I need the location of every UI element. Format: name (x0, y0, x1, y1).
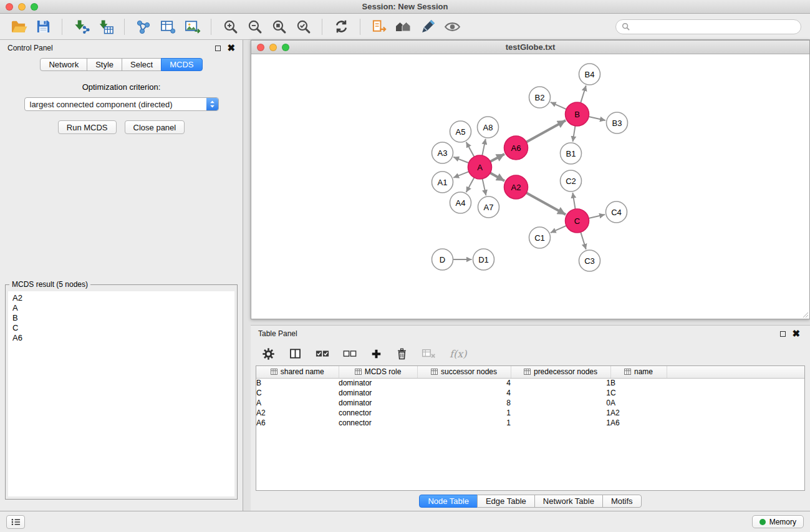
graph-node-label-A6: A6 (511, 143, 521, 153)
control-tab-style[interactable]: Style (87, 58, 122, 71)
mcds-result-box: MCDS result (5 nodes) A2ABCA6 (5, 284, 238, 500)
deselect-all-button[interactable] (343, 349, 357, 358)
table-row[interactable]: Adominator80A (256, 398, 804, 408)
network-minimize-button[interactable] (269, 44, 277, 51)
table-row[interactable]: Cdominator41C (256, 388, 804, 398)
network-zoom-button[interactable] (282, 44, 289, 51)
table-tab-node-table[interactable]: Node Table (419, 495, 478, 508)
mcds-result-item[interactable]: A6 (12, 333, 230, 343)
graph-edge-A2-C[interactable] (526, 193, 566, 215)
float-panel-icon[interactable] (215, 46, 221, 51)
show-columns-button[interactable] (289, 347, 302, 360)
apply-layout-button[interactable] (331, 17, 351, 37)
control-panel-title: Control Panel (7, 44, 53, 52)
network-canvas[interactable]: B4B2BB3A5A8A6B1A3AC2A1A2A4A7C4CC1C3DD1 (251, 54, 809, 319)
graph-edge-A-A2[interactable] (490, 173, 504, 181)
export-image-button[interactable] (182, 17, 202, 37)
graph-edge-A-A6[interactable] (490, 154, 504, 162)
mcds-result-item[interactable]: B (12, 313, 230, 323)
delete-table-button[interactable] (422, 348, 436, 359)
graph-edge-A-A4[interactable] (466, 178, 475, 193)
select-all-button[interactable] (316, 349, 329, 358)
control-tab-select[interactable]: Select (122, 58, 162, 71)
home-button[interactable] (393, 17, 413, 37)
table-cell-filler (667, 418, 804, 428)
graph-node-label-B: B (574, 110, 580, 119)
memory-button[interactable]: Memory (752, 515, 804, 528)
zoom-in-button[interactable] (220, 17, 240, 37)
column-header-predecessor-nodes[interactable]: predecessor nodes (511, 366, 610, 378)
control-tab-mcds[interactable]: MCDS (161, 58, 202, 71)
show-panels-button[interactable] (6, 515, 25, 529)
graph-edge-A-A7[interactable] (483, 179, 486, 196)
save-session-button[interactable] (33, 17, 53, 37)
add-column-button[interactable] (370, 348, 382, 360)
column-header-filler (667, 366, 804, 378)
table-cell-filler (667, 378, 804, 388)
column-header-successor-nodes[interactable]: successor nodes (417, 366, 511, 378)
graph-edge-A-A8[interactable] (482, 139, 485, 156)
graph-edge-A6-B[interactable] (526, 120, 566, 142)
float-table-panel-icon[interactable] (780, 331, 786, 337)
graph-edge-B-B3[interactable] (589, 117, 605, 120)
mcds-result-item[interactable]: A (12, 303, 230, 313)
workspace-area: testGlobe.txt B4B2BB3A5A8A6B1A3AC2A1A2A4… (243, 40, 810, 511)
criterion-select[interactable]: largest connected component (directed) (24, 97, 219, 111)
run-mcds-button[interactable]: Run MCDS (58, 120, 117, 134)
zoom-out-button[interactable] (244, 17, 264, 37)
graph-edge-A-A3[interactable] (453, 157, 469, 163)
column-header-shared-name[interactable]: shared name (256, 366, 339, 378)
close-window-button[interactable] (6, 3, 13, 11)
window-title: Session: New Session (0, 2, 810, 11)
delete-column-button[interactable] (396, 347, 408, 360)
graph-edge-C-C2[interactable] (572, 193, 575, 209)
zoom-window-button[interactable] (31, 3, 38, 11)
table-tab-motifs[interactable]: Motifs (602, 495, 642, 508)
table-tab-edge-table[interactable]: Edge Table (477, 495, 535, 508)
network-close-button[interactable] (257, 44, 264, 51)
open-file-button[interactable] (9, 17, 29, 37)
import-table-button[interactable] (95, 17, 115, 37)
table-row[interactable]: A6connector11A6 (256, 418, 804, 428)
graph-node-label-C3: C3 (584, 256, 595, 266)
column-header-name[interactable]: name (610, 366, 667, 378)
graph-edge-A-A1[interactable] (453, 172, 469, 178)
first-neighbors-button[interactable] (369, 17, 389, 37)
table-row[interactable]: Bdominator41B (256, 378, 804, 388)
main-area: Control Panel ✖ NetworkStyleSelectMCDS O… (0, 40, 810, 511)
minimize-window-button[interactable] (18, 3, 26, 11)
new-network-table-button[interactable] (158, 17, 178, 37)
table-tab-network-table[interactable]: Network Table (534, 495, 603, 508)
zoom-selected-button[interactable] (293, 17, 313, 37)
graph-edge-B-B2[interactable] (551, 102, 566, 109)
show-hide-graphics-button[interactable] (442, 17, 462, 37)
toolbar-separator (62, 19, 62, 35)
zoom-fit-button[interactable] (269, 17, 289, 37)
control-panel-header: Control Panel ✖ (0, 40, 243, 56)
new-network-button[interactable] (133, 17, 153, 37)
close-table-panel-icon[interactable]: ✖ (792, 331, 800, 337)
graph-node-label-A: A (477, 163, 483, 172)
search-input[interactable] (634, 22, 795, 31)
graph-edge-B-B1[interactable] (573, 126, 576, 142)
control-tab-network[interactable]: Network (40, 58, 87, 71)
graph-edge-C-C3[interactable] (581, 232, 586, 249)
function-builder-button[interactable]: f(x) (450, 348, 466, 360)
control-panel-tabs: NetworkStyleSelectMCDS (40, 58, 202, 71)
mcds-result-item[interactable]: A2 (12, 293, 230, 303)
graph-edge-C-C1[interactable] (551, 226, 566, 233)
table-settings-button[interactable] (262, 347, 275, 360)
graph-edge-C-C4[interactable] (589, 215, 605, 218)
column-header-MCDS-role[interactable]: MCDS role (339, 366, 417, 378)
close-panel-icon[interactable]: ✖ (227, 45, 235, 51)
table-tabs-bar: Node TableEdge TableNetwork TableMotifs (251, 491, 810, 511)
import-network-button[interactable] (71, 17, 91, 37)
graph-edge-B-B4[interactable] (581, 85, 586, 103)
search-field[interactable] (615, 19, 801, 34)
graph-edge-A-A5[interactable] (466, 142, 475, 157)
annotation-pen-button[interactable] (418, 17, 438, 37)
resize-handle[interactable] (801, 311, 809, 318)
close-panel-button[interactable]: Close panel (125, 120, 185, 134)
table-row[interactable]: A2connector11A2 (256, 408, 804, 418)
mcds-result-item[interactable]: C (12, 323, 230, 333)
